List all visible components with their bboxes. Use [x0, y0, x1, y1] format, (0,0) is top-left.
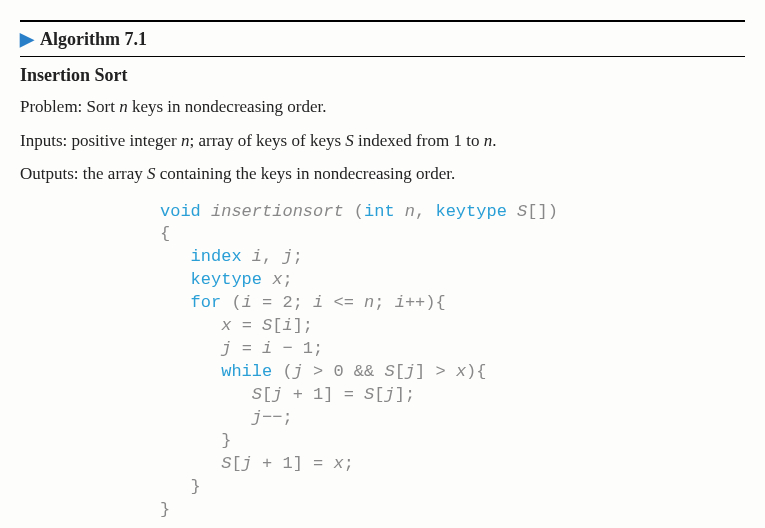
triangle-marker-icon: ▶ [20, 29, 34, 49]
j5: j [384, 385, 394, 404]
eq4: = [344, 385, 354, 404]
plus1: + [293, 385, 303, 404]
brackets: [] [527, 202, 547, 221]
semi8: ; [282, 408, 292, 427]
algorithm-header: ▶Algorithm 7.1 [20, 22, 745, 57]
rb5: ] [293, 454, 303, 473]
lpar3: ( [282, 362, 292, 381]
lb4: [ [374, 385, 384, 404]
semi9: ; [344, 454, 354, 473]
j3: j [405, 362, 415, 381]
eq2: = [242, 316, 252, 335]
inputs-prefix: Inputs: positive integer [20, 131, 181, 150]
inputs-var-n2: n [484, 131, 493, 150]
lpar2: ( [231, 293, 241, 312]
lb5: [ [231, 454, 241, 473]
problem-suffix: keys in nondecreasing order. [128, 97, 327, 116]
S1: S [262, 316, 272, 335]
ty-keytype2: keytype [191, 270, 262, 289]
gt1: > [313, 362, 323, 381]
inputs-line: Inputs: positive integer n; array of key… [20, 124, 745, 158]
j7: j [242, 454, 252, 473]
var-x: x [272, 270, 282, 289]
le: <= [333, 293, 353, 312]
rb1: ] [293, 316, 303, 335]
one3: 1 [282, 454, 292, 473]
semi4: ; [374, 293, 384, 312]
param-n: n [405, 202, 415, 221]
rb2: ] [415, 362, 425, 381]
S5: S [221, 454, 231, 473]
rpar3: ) [466, 362, 476, 381]
gt2: > [435, 362, 445, 381]
algorithm-box: ▶Algorithm 7.1 Insertion Sort Problem: S… [20, 20, 745, 528]
S4: S [364, 385, 374, 404]
lbrace2: { [435, 293, 445, 312]
eq1: = [262, 293, 272, 312]
lb1: [ [272, 316, 282, 335]
problem-line: Problem: Sort n keys in nondecreasing or… [20, 90, 745, 124]
comma: , [415, 202, 425, 221]
outputs-prefix: Outputs: the array [20, 164, 147, 183]
inputs-mid2: indexed from 1 to [354, 131, 484, 150]
semi6: ; [313, 339, 323, 358]
outputs-var-S: S [147, 164, 156, 183]
S3: S [252, 385, 262, 404]
problem-var-n: n [119, 97, 128, 116]
one2: 1 [313, 385, 323, 404]
kw-while: while [221, 362, 272, 381]
fn-name: insertionsort [211, 202, 344, 221]
semi2: ; [282, 270, 292, 289]
j2: j [293, 362, 303, 381]
lb2: [ [395, 362, 405, 381]
rbrace2: } [191, 477, 201, 496]
eq3: = [242, 339, 252, 358]
for-i3: i [395, 293, 405, 312]
one1: 1 [303, 339, 313, 358]
S2: S [384, 362, 394, 381]
j1: j [221, 339, 231, 358]
and: && [354, 362, 374, 381]
lpar: ( [354, 202, 364, 221]
ty-index: index [191, 247, 242, 266]
algorithm-title: Insertion Sort [20, 57, 745, 90]
j4: j [272, 385, 282, 404]
num2: 2 [282, 293, 292, 312]
semi5: ; [303, 316, 313, 335]
rpar2: ) [425, 293, 435, 312]
inc: ++ [405, 293, 425, 312]
rb3: ] [323, 385, 333, 404]
x3: x [333, 454, 343, 473]
rbrace3: } [160, 500, 170, 519]
eq5: = [313, 454, 323, 473]
problem-prefix: Problem: Sort [20, 97, 119, 116]
algorithm-number: Algorithm 7.1 [40, 29, 147, 49]
param-S: S [517, 202, 527, 221]
semi3: ; [293, 293, 303, 312]
ty-keytype: keytype [435, 202, 506, 221]
for-n: n [364, 293, 374, 312]
idx-i: i [282, 316, 292, 335]
outputs-suffix: containing the keys in nondecreasing ord… [156, 164, 456, 183]
for-i: i [242, 293, 252, 312]
inputs-mid: ; array of keys of keys [190, 131, 346, 150]
lbrace3: { [476, 362, 486, 381]
kw-for: for [191, 293, 222, 312]
semi7: ; [405, 385, 415, 404]
zero: 0 [333, 362, 343, 381]
inputs-suffix: . [492, 131, 496, 150]
for-i2: i [313, 293, 323, 312]
x2: x [456, 362, 466, 381]
lbrace: { [160, 224, 170, 243]
inputs-var-n: n [181, 131, 190, 150]
minus1: − [282, 339, 292, 358]
i4: i [262, 339, 272, 358]
lb3: [ [262, 385, 272, 404]
outputs-line: Outputs: the array S containing the keys… [20, 157, 745, 191]
var-j: j [282, 247, 292, 266]
kw-int: int [364, 202, 395, 221]
kw-void: void [160, 202, 201, 221]
rpar: ) [548, 202, 558, 221]
semi1: ; [293, 247, 303, 266]
inputs-var-S: S [345, 131, 354, 150]
